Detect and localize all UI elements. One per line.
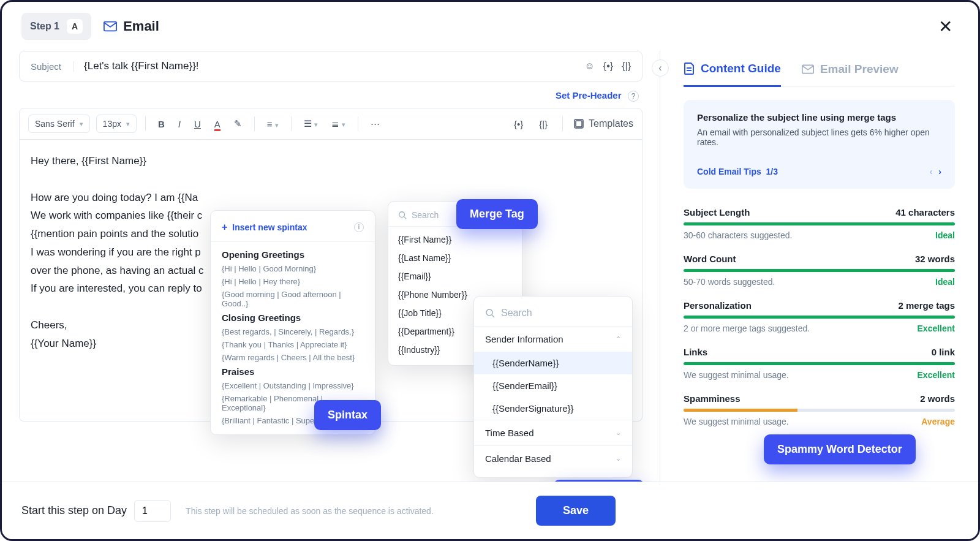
- variable-tag-item[interactable]: {{SenderName}}: [474, 352, 632, 374]
- start-day-label: Start this step on Day: [21, 504, 127, 517]
- variable-search-input[interactable]: Search: [474, 303, 632, 326]
- metric-status: Average: [921, 417, 955, 426]
- mail-icon: [104, 21, 117, 32]
- variable-tag-item[interactable]: {{SenderSignature}}: [474, 397, 632, 420]
- emoji-icon[interactable]: ☺: [585, 61, 595, 72]
- editor-toolbar: Sans Serif▾ 13px▾ B I U A ✎ ≡ ▾ ☰ ▾ ≣ ▾ …: [19, 108, 643, 140]
- tip-prev-button[interactable]: ‹: [930, 167, 933, 176]
- metric-value: 32 words: [915, 254, 955, 264]
- svg-line-4: [404, 217, 407, 219]
- svg-rect-2: [576, 121, 582, 127]
- merge-tag-item[interactable]: {{First Name}}: [388, 230, 522, 249]
- font-size-select[interactable]: 13px▾: [96, 115, 137, 133]
- metric-row: Word Count32 words50-70 words suggested.…: [684, 254, 955, 287]
- toolbar-variable-icon[interactable]: {|}: [535, 116, 551, 132]
- tip-title: Personalize the subject line using merge…: [697, 112, 941, 123]
- set-preheader-link[interactable]: Set Pre-Header: [556, 90, 622, 100]
- font-family-select[interactable]: Sans Serif▾: [28, 115, 90, 133]
- variable-tag-item[interactable]: {{SenderEmail}}: [474, 374, 632, 397]
- metric-status: Excellent: [918, 323, 955, 333]
- unordered-list-button[interactable]: ≣ ▾: [328, 116, 349, 132]
- tip-next-button[interactable]: ›: [938, 167, 941, 176]
- templates-icon: [574, 119, 584, 129]
- callout-spammy-detector: Spammy Word Detector: [764, 434, 916, 464]
- chevron-down-icon: ⌄: [616, 429, 621, 437]
- metric-label: Word Count: [684, 254, 736, 264]
- highlight-button[interactable]: ✎: [230, 116, 246, 132]
- callout-spintax: Spintax: [314, 400, 381, 430]
- svg-line-6: [492, 315, 494, 317]
- metric-row: Subject Length41 characters30-60 charact…: [684, 207, 955, 240]
- spintax-item[interactable]: {Warm regards | Cheers | All the best}: [211, 351, 375, 364]
- chevron-up-icon: ⌃: [616, 335, 621, 343]
- metric-label: Links: [684, 347, 707, 357]
- insert-spintax-button[interactable]: + Insert new spintax i: [211, 218, 375, 236]
- spintax-item[interactable]: {Hi | Hello | Good Morning}: [211, 262, 375, 275]
- footer-note: This step will be scheduled as soon as t…: [186, 506, 434, 516]
- toolbar-spintax-icon[interactable]: {•}: [510, 116, 527, 132]
- spintax-group-title: Opening Greetings: [211, 247, 375, 262]
- text-color-button[interactable]: A: [211, 116, 224, 132]
- chevron-down-icon: ⌄: [616, 455, 621, 463]
- metric-status: Ideal: [935, 277, 955, 287]
- spintax-item[interactable]: {Good morning | Good afternoon | Good..}: [211, 288, 375, 310]
- variable-section-header[interactable]: Sender Information⌃: [474, 326, 632, 352]
- spintax-group-title: Praises: [211, 364, 375, 379]
- underline-button[interactable]: U: [190, 116, 205, 132]
- metric-hint: We suggest minimal usage.: [684, 370, 789, 380]
- spintax-icon[interactable]: {•}: [603, 61, 613, 72]
- svg-point-3: [399, 212, 405, 218]
- metric-row: Spamminess2 wordsWe suggest minimal usag…: [684, 393, 955, 426]
- collapse-sidebar-button[interactable]: ‹: [652, 59, 669, 77]
- tab-content-guide[interactable]: Content Guide: [684, 62, 781, 87]
- save-button[interactable]: Save: [536, 496, 616, 526]
- spintax-group-title: Closing Greetings: [211, 310, 375, 325]
- merge-tag-item[interactable]: {{Email}}: [388, 267, 522, 286]
- spintax-item[interactable]: {Best regards, | Sincerely, | Regards,}: [211, 325, 375, 338]
- tip-card: Personalize the subject line using merge…: [684, 100, 955, 189]
- step-label: Step 1: [30, 21, 59, 32]
- bold-button[interactable]: B: [154, 116, 168, 132]
- metric-status: Ideal: [935, 230, 955, 240]
- document-icon: [684, 62, 695, 75]
- tab-email-preview[interactable]: Email Preview: [802, 62, 899, 86]
- spintax-item[interactable]: {Thank you | Thanks | Appreciate it}: [211, 338, 375, 351]
- spintax-item[interactable]: {Excellent | Outstanding | Impressive}: [211, 379, 375, 392]
- spintax-item[interactable]: {Hi | Hello | Hey there}: [211, 275, 375, 288]
- start-day-input[interactable]: [134, 500, 171, 522]
- step-badge: Step 1 A: [21, 13, 91, 40]
- page-title: Email: [104, 18, 159, 34]
- subject-input[interactable]: {Let's talk {{First Name}}!: [84, 60, 575, 72]
- metric-label: Spamminess: [684, 393, 741, 404]
- header: Step 1 A Email ✕: [2, 2, 978, 51]
- help-icon[interactable]: ?: [628, 91, 639, 102]
- metric-row: Personalization2 merge tags2 or more mer…: [684, 300, 955, 333]
- metric-value: 2 merge tags: [898, 300, 955, 311]
- close-button[interactable]: ✕: [932, 14, 959, 39]
- variable-icon[interactable]: {|}: [622, 61, 631, 72]
- align-button[interactable]: ≡ ▾: [263, 116, 282, 132]
- metric-value: 41 characters: [895, 207, 955, 218]
- svg-point-5: [486, 309, 492, 316]
- variable-section-header[interactable]: Time Based⌄: [474, 420, 632, 445]
- callout-merge-tag: Merge Tag: [456, 199, 538, 229]
- variable-section-header[interactable]: Calendar Based⌄: [474, 445, 632, 471]
- metric-label: Subject Length: [684, 207, 750, 218]
- merge-tag-item[interactable]: {{Last Name}}: [388, 249, 522, 267]
- italic-button[interactable]: I: [175, 116, 184, 132]
- tip-body: An email with personalized subject lines…: [697, 127, 941, 147]
- metric-label: Personalization: [684, 300, 752, 311]
- ordered-list-button[interactable]: ☰ ▾: [300, 116, 322, 132]
- metric-hint: 30-60 characters suggested.: [684, 230, 792, 240]
- subject-label: Subject: [31, 61, 74, 72]
- metric-status: Excellent: [918, 370, 955, 380]
- variant-badge: A: [67, 19, 83, 34]
- variable-tag-popup: Search Sender Information⌃{{SenderName}}…: [473, 296, 633, 478]
- metric-hint: 50-70 words suggested.: [684, 277, 775, 287]
- subject-row[interactable]: Subject {Let's talk {{First Name}}! ☺ {•…: [19, 51, 643, 81]
- templates-button[interactable]: Templates: [574, 118, 633, 129]
- metric-value: 0 link: [932, 347, 955, 357]
- more-button[interactable]: ⋯: [367, 116, 383, 132]
- tip-link[interactable]: Cold Email Tips 1/3: [697, 167, 778, 176]
- info-icon[interactable]: i: [354, 222, 364, 232]
